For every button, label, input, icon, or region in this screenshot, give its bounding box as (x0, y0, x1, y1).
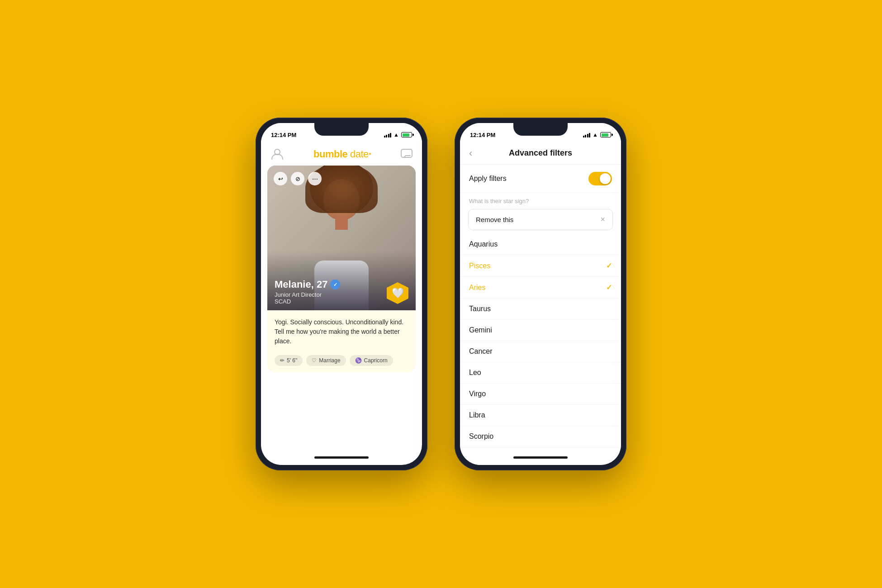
verified-badge: ✓ (330, 280, 340, 289)
apply-filters-row: Apply filters (460, 165, 621, 193)
card-actions: ↩ ⊘ ⋯ (274, 172, 322, 185)
rewind-button[interactable]: ↩ (274, 172, 287, 185)
sign-name-gemini: Gemini (469, 326, 492, 334)
tags-row: ✏ 5' 6" ♡ Marriage ♑ Capricorn (267, 351, 416, 372)
bio-section: Yogi. Socially conscious. Unconditionall… (267, 310, 416, 351)
filters-header: ‹ Advanced filters (460, 143, 621, 165)
back-button[interactable]: ‹ (469, 147, 472, 159)
sign-item-gemini[interactable]: Gemini (460, 320, 621, 341)
phone-2: 12:14 PM ▲ ‹ Advanced filters (455, 118, 626, 470)
app-header: bumble date· (261, 143, 422, 166)
height-icon: ✏ (280, 357, 285, 364)
sign-item-leo[interactable]: Leo (460, 362, 621, 384)
sign-item-cancer[interactable]: Cancer (460, 341, 621, 362)
bio-text: Yogi. Socially conscious. Unconditionall… (275, 318, 408, 346)
sign-item-pisces[interactable]: Pisces ✓ (460, 255, 621, 277)
aries-check: ✓ (606, 283, 612, 292)
sign-item-libra[interactable]: Libra (460, 405, 621, 426)
sign-name-scorpio: Scorpio (469, 432, 493, 441)
home-indicator-2 (460, 450, 621, 465)
more-button[interactable]: ⋯ (308, 172, 322, 185)
phone-1: 12:14 PM ▲ (256, 118, 427, 470)
sign-name-taurus: Taurus (469, 305, 491, 313)
height-tag: ✏ 5' 6" (275, 355, 303, 366)
sign-item-scorpio[interactable]: Scorpio (460, 426, 621, 447)
wifi-icon-1: ▲ (394, 132, 399, 138)
sign-name-aries: Aries (469, 284, 485, 292)
signal-icon-2 (583, 132, 591, 138)
sign-tag: ♑ Capricorn (350, 355, 393, 366)
clear-button[interactable]: × (600, 215, 605, 224)
battery-icon-1 (401, 132, 412, 138)
chat-icon[interactable] (400, 147, 413, 160)
apply-filters-toggle[interactable] (588, 172, 612, 185)
sign-name-libra: Libra (469, 411, 485, 419)
star-sign-section-label: What is their star sign? (460, 193, 621, 207)
phone2-content: ‹ Advanced filters Apply filters What is… (460, 143, 621, 465)
card-container: ↩ ⊘ ⋯ Melanie, 27 ✓ Junior Art Director … (261, 166, 422, 450)
sign-name-leo: Leo (469, 369, 481, 377)
sign-icon: ♑ (355, 357, 362, 364)
status-icons-2: ▲ (583, 132, 611, 138)
phone1-content: bumble date· (261, 143, 422, 465)
status-time-1: 12:14 PM (271, 132, 296, 138)
home-indicator-1 (261, 450, 422, 465)
sign-name-cancer: Cancer (469, 347, 493, 356)
filters-body: Apply filters What is their star sign? R… (460, 165, 621, 450)
sign-search-dropdown[interactable]: Remove this × (468, 209, 613, 230)
card-photo: ↩ ⊘ ⋯ Melanie, 27 ✓ Junior Art Director … (267, 166, 416, 310)
apply-filters-label: Apply filters (469, 175, 507, 183)
battery-icon-2 (600, 132, 611, 138)
sign-item-virgo[interactable]: Virgo (460, 384, 621, 405)
profile-card[interactable]: ↩ ⊘ ⋯ Melanie, 27 ✓ Junior Art Director … (267, 166, 416, 372)
wifi-icon-2: ▲ (593, 132, 598, 138)
svg-rect-1 (401, 149, 412, 157)
sign-name-aquarius: Aquarius (469, 240, 498, 248)
notch-2 (513, 123, 568, 136)
heart-icon: ♡ (312, 357, 317, 364)
intent-tag: ♡ Marriage (306, 355, 346, 366)
filters-title: Advanced filters (509, 148, 572, 158)
sign-name-pisces: Pisces (469, 262, 490, 270)
notch-1 (314, 123, 369, 136)
profile-icon[interactable] (270, 147, 285, 161)
status-bar-2: 12:14 PM ▲ (460, 123, 621, 143)
sign-item-aquarius[interactable]: Aquarius (460, 234, 621, 255)
sign-name-virgo: Virgo (469, 390, 486, 398)
signal-icon-1 (384, 132, 392, 138)
status-icons-1: ▲ (384, 132, 412, 138)
status-bar-1: 12:14 PM ▲ (261, 123, 422, 143)
search-dropdown-value: Remove this (476, 216, 513, 223)
sign-item-taurus[interactable]: Taurus (460, 299, 621, 320)
app-logo: bumble date· (313, 147, 371, 160)
mute-button[interactable]: ⊘ (291, 172, 304, 185)
status-time-2: 12:14 PM (470, 132, 495, 138)
sign-list: Aquarius Pisces ✓ Aries ✓ Taurus (460, 234, 621, 450)
sign-item-aries[interactable]: Aries ✓ (460, 277, 621, 299)
pisces-check: ✓ (606, 261, 612, 270)
